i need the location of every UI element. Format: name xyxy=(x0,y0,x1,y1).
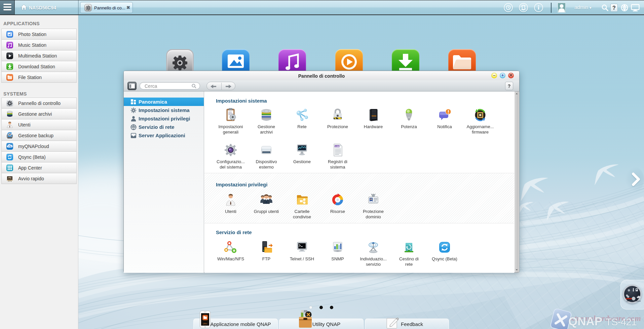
svg-text:LOG: LOG xyxy=(335,145,340,147)
svg-text:QBile: QBile xyxy=(203,323,207,325)
